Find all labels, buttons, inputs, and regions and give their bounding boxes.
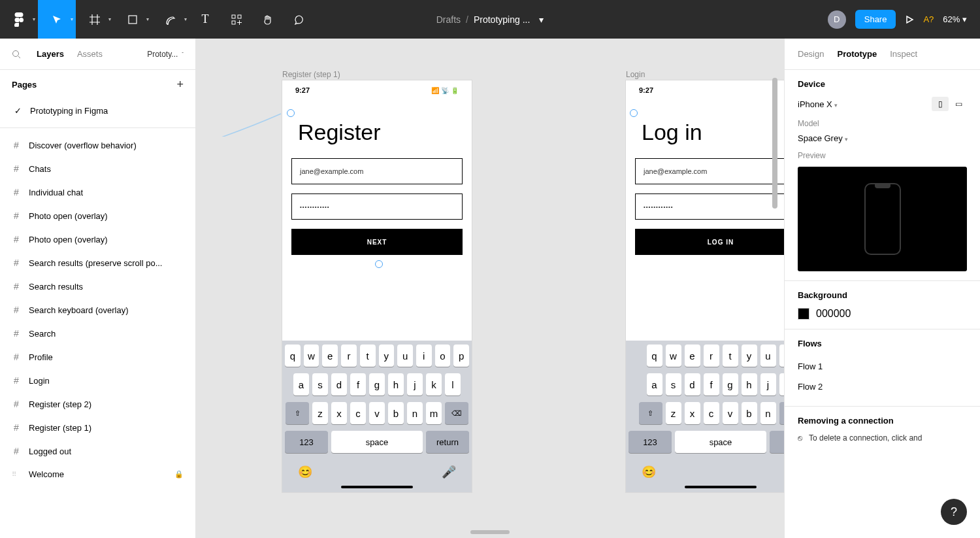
key[interactable]: i xyxy=(416,345,432,367)
password-field[interactable]: •••••••••••• xyxy=(291,193,463,220)
search-icon[interactable] xyxy=(12,50,21,59)
layer-item[interactable]: #Logged out xyxy=(0,439,195,463)
key[interactable]: s xyxy=(666,373,681,395)
key[interactable]: w xyxy=(666,345,681,367)
key[interactable]: f xyxy=(704,373,719,395)
num-key[interactable]: 123 xyxy=(629,431,672,453)
key[interactable]: y xyxy=(742,345,757,367)
help-button[interactable]: ? xyxy=(941,499,967,525)
key[interactable]: j xyxy=(407,373,423,395)
present-icon[interactable] xyxy=(905,15,914,24)
layer-item[interactable]: ⠿Welcome🔒 xyxy=(0,463,195,486)
shift-key[interactable]: ⇧ xyxy=(286,402,309,424)
model-select[interactable]: Space Grey ▾ xyxy=(798,133,848,143)
layer-item[interactable]: #Individual chat xyxy=(0,180,195,204)
next-button[interactable]: NEXT xyxy=(291,229,463,255)
layer-item[interactable]: #Profile xyxy=(0,345,195,369)
layer-item[interactable]: #Search keyboard (overlay) xyxy=(0,298,195,322)
canvas[interactable]: Register (step 1) 9:27 📶 📡 🔋 Register ja… xyxy=(196,39,784,538)
missing-fonts-button[interactable]: A? xyxy=(923,14,934,24)
key[interactable]: b xyxy=(742,402,757,424)
key[interactable]: w xyxy=(304,345,319,367)
num-key[interactable]: 123 xyxy=(285,431,328,453)
breadcrumb-parent[interactable]: Drafts xyxy=(436,14,461,25)
key[interactable]: g xyxy=(369,373,385,395)
key[interactable]: x xyxy=(685,402,700,424)
prototype-node[interactable] xyxy=(630,109,638,117)
key[interactable]: u xyxy=(397,345,413,367)
avatar[interactable]: D xyxy=(828,10,846,29)
key[interactable]: c xyxy=(350,402,366,424)
layer-item[interactable]: #Register (step 1) xyxy=(0,416,195,439)
tab-design[interactable]: Design xyxy=(798,49,824,59)
key[interactable]: z xyxy=(312,402,328,424)
key[interactable]: s xyxy=(312,373,328,395)
flow-item[interactable]: Flow 2 xyxy=(798,377,967,397)
key[interactable]: f xyxy=(350,373,366,395)
horizontal-scrollbar[interactable] xyxy=(470,530,510,534)
breadcrumb[interactable]: Drafts / Prototyping ... ▾ xyxy=(436,14,544,25)
portrait-button[interactable]: ▯ xyxy=(932,97,949,111)
key[interactable]: n xyxy=(760,402,776,424)
color-swatch[interactable] xyxy=(798,308,809,320)
key[interactable]: a xyxy=(293,373,309,395)
layer-item[interactable]: #Photo open (overlay) xyxy=(0,204,195,227)
shift-key[interactable]: ⇧ xyxy=(639,402,662,424)
key[interactable]: k xyxy=(426,373,442,395)
tab-layers[interactable]: Layers xyxy=(37,49,64,59)
frame-register[interactable]: 9:27 📶 📡 🔋 Register jane@example.com •••… xyxy=(282,80,472,492)
page-selector[interactable]: Prototy... ˆ xyxy=(147,50,184,59)
tab-assets[interactable]: Assets xyxy=(77,49,103,59)
tab-inspect[interactable]: Inspect xyxy=(890,49,917,59)
shape-tool-button[interactable]: ▾ xyxy=(114,0,152,39)
return-key[interactable]: return xyxy=(426,431,469,453)
key[interactable]: v xyxy=(369,402,385,424)
layer-item[interactable]: #Chats xyxy=(0,157,195,180)
pen-tool-button[interactable]: ▾ xyxy=(152,0,189,39)
key[interactable]: d xyxy=(331,373,347,395)
landscape-button[interactable]: ▭ xyxy=(950,97,967,111)
space-key[interactable]: space xyxy=(331,431,423,453)
frame-label[interactable]: Register (step 1) xyxy=(282,70,340,79)
backspace-key[interactable]: ⌫ xyxy=(445,402,468,424)
layer-item[interactable]: #Login xyxy=(0,369,195,392)
add-page-button[interactable]: + xyxy=(176,78,184,92)
key[interactable]: j xyxy=(760,373,776,395)
key[interactable]: q xyxy=(285,345,301,367)
breadcrumb-file[interactable]: Prototyping ... xyxy=(474,14,530,25)
key[interactable]: p xyxy=(453,345,469,367)
prototype-node[interactable] xyxy=(375,260,383,268)
key[interactable]: l xyxy=(445,373,461,395)
key[interactable]: u xyxy=(760,345,776,367)
key[interactable]: e xyxy=(322,345,338,367)
key[interactable]: n xyxy=(407,402,423,424)
key[interactable]: m xyxy=(426,402,442,424)
space-key[interactable]: space xyxy=(675,431,766,453)
email-field[interactable]: jane@example.com xyxy=(635,158,784,184)
layer-item[interactable]: #Search results xyxy=(0,275,195,298)
key[interactable]: t xyxy=(360,345,376,367)
key[interactable]: e xyxy=(685,345,700,367)
key[interactable]: x xyxy=(331,402,347,424)
share-button[interactable]: Share xyxy=(855,10,896,29)
key[interactable]: i xyxy=(779,345,785,367)
mic-icon[interactable]: 🎤 xyxy=(442,465,456,479)
key[interactable]: t xyxy=(723,345,738,367)
text-tool-button[interactable]: T xyxy=(189,0,221,39)
layer-item[interactable]: #Register (step 2) xyxy=(0,392,195,416)
resources-button[interactable] xyxy=(221,0,252,39)
frame-tool-button[interactable]: ▾ xyxy=(76,0,114,39)
key[interactable]: b xyxy=(388,402,404,424)
key[interactable]: h xyxy=(388,373,404,395)
figma-menu-button[interactable]: ▾ xyxy=(0,0,38,39)
key[interactable]: k xyxy=(779,373,785,395)
background-hex[interactable]: 000000 xyxy=(816,308,851,320)
tab-prototype[interactable]: Prototype xyxy=(837,49,877,59)
key[interactable]: a xyxy=(647,373,662,395)
emoji-icon[interactable]: 😊 xyxy=(298,465,312,479)
hand-tool-button[interactable] xyxy=(252,0,284,39)
key[interactable]: v xyxy=(723,402,738,424)
key[interactable]: d xyxy=(685,373,700,395)
prototype-node[interactable] xyxy=(287,109,295,117)
backspace-key[interactable]: ⌫ xyxy=(779,402,785,424)
